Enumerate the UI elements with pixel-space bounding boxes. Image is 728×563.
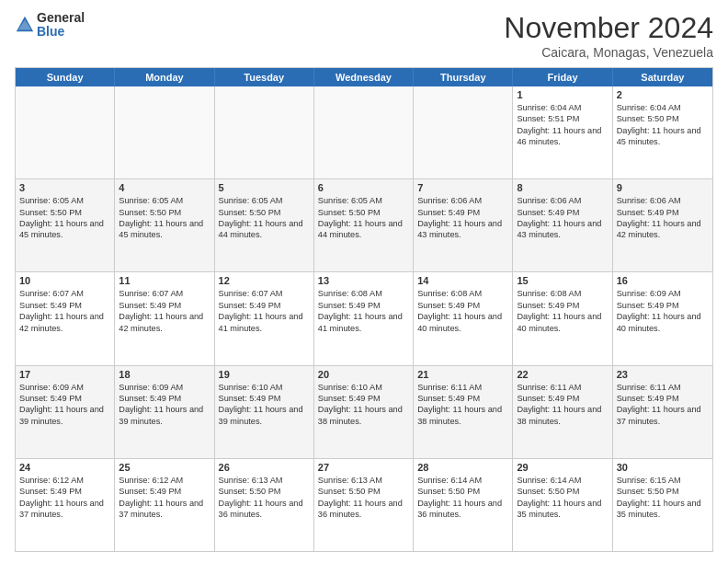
calendar-cell: 27Sunrise: 6:13 AM Sunset: 5:50 PM Dayli…: [314, 459, 414, 551]
day-number: 16: [617, 275, 709, 286]
day-info: Sunrise: 6:14 AM Sunset: 5:50 PM Dayligh…: [417, 475, 508, 521]
day-info: Sunrise: 6:08 AM Sunset: 5:49 PM Dayligh…: [517, 288, 608, 334]
calendar-week-1: 1Sunrise: 6:04 AM Sunset: 5:51 PM Daylig…: [16, 86, 712, 179]
month-title: November 2024: [504, 11, 713, 45]
calendar-cell: 16Sunrise: 6:09 AM Sunset: 5:49 PM Dayli…: [613, 272, 712, 364]
calendar-cell: 24Sunrise: 6:12 AM Sunset: 5:49 PM Dayli…: [16, 459, 115, 551]
day-info: Sunrise: 6:15 AM Sunset: 5:50 PM Dayligh…: [617, 475, 709, 521]
day-info: Sunrise: 6:08 AM Sunset: 5:49 PM Dayligh…: [417, 288, 508, 334]
calendar-cell: 3Sunrise: 6:05 AM Sunset: 5:50 PM Daylig…: [16, 179, 115, 271]
day-number: 23: [617, 369, 709, 380]
day-info: Sunrise: 6:04 AM Sunset: 5:51 PM Dayligh…: [517, 102, 608, 148]
page: General Blue November 2024 Caicara, Mona…: [0, 0, 728, 563]
calendar-cell: 7Sunrise: 6:06 AM Sunset: 5:49 PM Daylig…: [414, 179, 513, 271]
day-number: 21: [417, 369, 508, 380]
header-day-saturday: Saturday: [613, 68, 712, 86]
calendar-cell: [414, 86, 513, 178]
day-info: Sunrise: 6:12 AM Sunset: 5:49 PM Dayligh…: [19, 475, 110, 521]
day-number: 8: [517, 182, 608, 193]
calendar-header: SundayMondayTuesdayWednesdayThursdayFrid…: [16, 68, 712, 86]
day-info: Sunrise: 6:13 AM Sunset: 5:50 PM Dayligh…: [318, 475, 409, 521]
day-info: Sunrise: 6:07 AM Sunset: 5:49 PM Dayligh…: [119, 288, 210, 334]
calendar-week-3: 10Sunrise: 6:07 AM Sunset: 5:49 PM Dayli…: [16, 272, 712, 365]
day-info: Sunrise: 6:09 AM Sunset: 5:49 PM Dayligh…: [617, 288, 709, 334]
calendar-cell: 21Sunrise: 6:11 AM Sunset: 5:49 PM Dayli…: [414, 366, 513, 458]
day-number: 4: [119, 182, 210, 193]
calendar-cell: 11Sunrise: 6:07 AM Sunset: 5:49 PM Dayli…: [115, 272, 214, 364]
calendar-cell: 15Sunrise: 6:08 AM Sunset: 5:49 PM Dayli…: [513, 272, 612, 364]
day-number: 27: [318, 462, 409, 473]
logo-text: General Blue: [37, 11, 85, 40]
calendar-cell: 30Sunrise: 6:15 AM Sunset: 5:50 PM Dayli…: [613, 459, 712, 551]
day-number: 24: [19, 462, 110, 473]
day-number: 26: [219, 462, 310, 473]
calendar-cell: [215, 86, 314, 178]
day-number: 2: [617, 89, 709, 100]
day-number: 19: [219, 369, 310, 380]
day-number: 29: [517, 462, 608, 473]
day-number: 1: [517, 89, 608, 100]
day-number: 18: [119, 369, 210, 380]
calendar-cell: 23Sunrise: 6:11 AM Sunset: 5:49 PM Dayli…: [613, 366, 712, 458]
day-number: 9: [617, 182, 709, 193]
calendar-cell: 26Sunrise: 6:13 AM Sunset: 5:50 PM Dayli…: [215, 459, 314, 551]
calendar-cell: [16, 86, 115, 178]
day-number: 12: [219, 275, 310, 286]
header-day-tuesday: Tuesday: [215, 68, 314, 86]
day-number: 15: [517, 275, 608, 286]
calendar-cell: 29Sunrise: 6:14 AM Sunset: 5:50 PM Dayli…: [513, 459, 612, 551]
calendar-cell: 18Sunrise: 6:09 AM Sunset: 5:49 PM Dayli…: [115, 366, 214, 458]
title-section: November 2024 Caicara, Monagas, Venezuel…: [504, 11, 713, 60]
header-day-sunday: Sunday: [16, 68, 115, 86]
day-info: Sunrise: 6:14 AM Sunset: 5:50 PM Dayligh…: [517, 475, 608, 521]
header-day-thursday: Thursday: [414, 68, 513, 86]
day-info: Sunrise: 6:10 AM Sunset: 5:49 PM Dayligh…: [318, 382, 409, 428]
day-info: Sunrise: 6:08 AM Sunset: 5:49 PM Dayligh…: [318, 288, 409, 334]
logo-blue: Blue: [37, 25, 85, 39]
day-info: Sunrise: 6:04 AM Sunset: 5:50 PM Dayligh…: [617, 102, 709, 148]
day-number: 28: [417, 462, 508, 473]
day-number: 22: [517, 369, 608, 380]
calendar-cell: 17Sunrise: 6:09 AM Sunset: 5:49 PM Dayli…: [16, 366, 115, 458]
calendar-cell: 22Sunrise: 6:11 AM Sunset: 5:49 PM Dayli…: [513, 366, 612, 458]
calendar-cell: 4Sunrise: 6:05 AM Sunset: 5:50 PM Daylig…: [115, 179, 214, 271]
header-day-friday: Friday: [513, 68, 612, 86]
calendar: SundayMondayTuesdayWednesdayThursdayFrid…: [15, 67, 713, 552]
calendar-week-5: 24Sunrise: 6:12 AM Sunset: 5:49 PM Dayli…: [16, 459, 712, 551]
day-number: 7: [417, 182, 508, 193]
day-info: Sunrise: 6:05 AM Sunset: 5:50 PM Dayligh…: [219, 195, 310, 241]
day-number: 20: [318, 369, 409, 380]
logo-general: General: [37, 11, 85, 25]
calendar-cell: 28Sunrise: 6:14 AM Sunset: 5:50 PM Dayli…: [414, 459, 513, 551]
day-info: Sunrise: 6:06 AM Sunset: 5:49 PM Dayligh…: [417, 195, 508, 241]
calendar-cell: 12Sunrise: 6:07 AM Sunset: 5:49 PM Dayli…: [215, 272, 314, 364]
subtitle: Caicara, Monagas, Venezuela: [504, 45, 713, 60]
day-info: Sunrise: 6:10 AM Sunset: 5:49 PM Dayligh…: [219, 382, 310, 428]
calendar-cell: 2Sunrise: 6:04 AM Sunset: 5:50 PM Daylig…: [613, 86, 712, 178]
calendar-cell: [115, 86, 214, 178]
logo-icon: [15, 15, 35, 35]
header-day-wednesday: Wednesday: [314, 68, 414, 86]
day-number: 25: [119, 462, 210, 473]
logo: General Blue: [15, 11, 85, 40]
day-number: 17: [19, 369, 110, 380]
day-number: 5: [219, 182, 310, 193]
calendar-cell: 20Sunrise: 6:10 AM Sunset: 5:49 PM Dayli…: [314, 366, 414, 458]
day-number: 14: [417, 275, 508, 286]
calendar-cell: 13Sunrise: 6:08 AM Sunset: 5:49 PM Dayli…: [314, 272, 414, 364]
day-info: Sunrise: 6:09 AM Sunset: 5:49 PM Dayligh…: [19, 382, 110, 428]
calendar-cell: 5Sunrise: 6:05 AM Sunset: 5:50 PM Daylig…: [215, 179, 314, 271]
day-number: 6: [318, 182, 409, 193]
day-info: Sunrise: 6:06 AM Sunset: 5:49 PM Dayligh…: [517, 195, 608, 241]
calendar-cell: 14Sunrise: 6:08 AM Sunset: 5:49 PM Dayli…: [414, 272, 513, 364]
header-day-monday: Monday: [115, 68, 214, 86]
svg-marker-1: [18, 20, 32, 30]
day-info: Sunrise: 6:11 AM Sunset: 5:49 PM Dayligh…: [617, 382, 709, 428]
day-info: Sunrise: 6:11 AM Sunset: 5:49 PM Dayligh…: [517, 382, 608, 428]
calendar-cell: 10Sunrise: 6:07 AM Sunset: 5:49 PM Dayli…: [16, 272, 115, 364]
calendar-week-4: 17Sunrise: 6:09 AM Sunset: 5:49 PM Dayli…: [16, 366, 712, 459]
day-number: 30: [617, 462, 709, 473]
calendar-cell: 1Sunrise: 6:04 AM Sunset: 5:51 PM Daylig…: [513, 86, 612, 178]
day-info: Sunrise: 6:06 AM Sunset: 5:49 PM Dayligh…: [617, 195, 709, 241]
day-info: Sunrise: 6:12 AM Sunset: 5:49 PM Dayligh…: [119, 475, 210, 521]
